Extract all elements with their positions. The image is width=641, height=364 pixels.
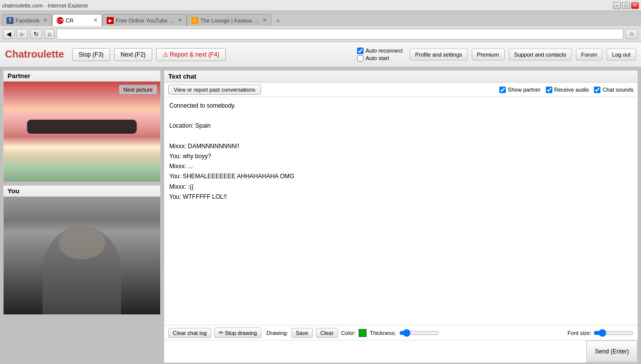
you-video-area [4,197,160,314]
receive-audio-label[interactable]: Receive audio [546,87,589,93]
reload-btn[interactable]: ↻ [30,29,42,39]
forward-btn[interactable]: ▶ [17,29,28,39]
report-button[interactable]: ⚠ Report & next (F4) [156,48,226,61]
right-panel: Text chat View or report past conversati… [164,70,638,363]
logout-button[interactable]: Log out [606,49,636,61]
tab-facebook-label: Facebook [16,18,40,24]
chat-input-area: Send (Enter) [164,340,637,362]
app-title: Chatroulette [5,49,64,60]
pencil-icon: ✏ [219,329,223,336]
chat-msg-2: You: why boyy? [169,152,632,161]
show-partner-checkbox[interactable] [499,87,506,93]
stop-button[interactable]: Stop (F3) [72,48,110,61]
view-report-button[interactable]: View or report past conversations [168,85,261,95]
home-btn[interactable]: ⌂ [44,29,55,39]
chat-msg-location: Location: Spain [169,121,632,131]
warning-icon: ⚠ [163,51,170,58]
tab-lounge-label: The Lounge | Kaskus - Th... [200,18,260,24]
auto-reconnect-label[interactable]: Auto reconnect [357,48,403,54]
forum-button[interactable]: Forum [576,49,603,61]
partner-panel-header: Partner [4,71,160,82]
chat-sounds-checkbox[interactable] [594,87,600,93]
tab-close-icon[interactable]: ✕ [43,17,48,24]
chat-msg-0: Connected to somebody. [169,101,632,111]
title-text: chatroulette.com - Internet Explorer [2,3,88,9]
minimize-btn[interactable]: ─ [613,2,621,9]
chat-options: Show partner Receive audio Chat sounds [499,87,633,93]
lounge-icon: K [191,17,198,24]
window-controls[interactable]: ─ □ ✕ [613,2,639,9]
clear-chat-log-button[interactable]: Clear chat log [168,328,211,338]
cr-icon: CR [57,17,64,24]
chat-toolbar: View or report past conversations Show p… [164,83,637,97]
chat-msg-3: Mixxx: ... [169,162,632,171]
profile-button[interactable]: Profile and settings [410,49,468,61]
tab-close-icon3[interactable]: ✕ [178,17,182,24]
tab-close-icon4[interactable]: ✕ [262,17,267,24]
chat-msg-1: Mixxx: DAMNNNNNNNN!! [169,142,632,151]
chat-msg-4: You: SHEMALEEEEEEE AHHAHAHAHA OMG [169,172,632,181]
browser-chrome: chatroulette.com - Internet Explorer ─ □… [0,0,641,42]
thickness-label: Thickness: [370,330,396,336]
auto-reconnect-checkbox[interactable] [357,48,364,54]
auto-options: Auto reconnect Auto start [357,48,403,62]
star-btn[interactable]: ☆ [625,29,638,39]
chat-msg-5: Mixxx: :(( [169,182,632,192]
back-btn[interactable]: ◀ [3,29,15,39]
left-panel: Partner Next picture You [3,70,161,363]
color-swatch[interactable] [359,329,367,337]
chat-msg-spacer2 [169,132,632,141]
new-tab-btn[interactable]: + [272,15,283,26]
chat-msg-spacer1 [169,111,632,121]
tab-lounge[interactable]: K The Lounge | Kaskus - Th... ✕ [187,14,271,26]
close-btn[interactable]: ✕ [631,2,639,9]
font-size-slider[interactable] [593,330,633,336]
drawing-toolbar: Clear chat log ✏ Stop drawing Drawing: S… [164,325,637,340]
chat-sounds-label[interactable]: Chat sounds [594,87,633,93]
you-panel: You [3,185,161,315]
clear-drawing-button[interactable]: Clear [316,328,338,338]
text-chat-header: Text chat [164,71,637,83]
save-drawing-button[interactable]: Save [291,328,313,338]
you-head [59,226,106,259]
support-button[interactable]: Support and contacts [509,49,572,61]
partner-video-bg [4,82,160,182]
nav-bar: ◀ ▶ ↻ ⌂ chatroulette.com ☆ [0,26,641,42]
tab-youtube-label: Free Online YouTube Dow... [116,18,176,24]
receive-audio-checkbox[interactable] [546,87,552,93]
you-panel-header: You [4,186,160,197]
tab-cr-label: CR [66,18,74,24]
sunglasses [27,120,137,134]
tab-cr[interactable]: CR CR ✕ [52,14,102,26]
font-size-label: Font size: [567,330,591,336]
youtube-icon: ▶ [107,17,114,24]
tabs-bar: f Facebook ✕ CR CR ✕ ▶ Free Online YouTu… [0,11,641,26]
show-partner-label[interactable]: Show partner [499,87,540,93]
auto-start-checkbox[interactable] [357,55,364,62]
partner-video-area: Next picture [4,82,160,182]
next-button[interactable]: Next (F2) [114,48,152,61]
chat-messages: Connected to somebody. Location: Spain M… [164,97,637,325]
you-video-bg [4,197,160,314]
next-picture-button[interactable]: Next picture [119,85,157,95]
premium-button[interactable]: Premium [472,49,505,61]
auto-start-label[interactable]: Auto start [357,55,403,62]
font-size-area: Font size: [567,330,633,336]
tab-close-icon2[interactable]: ✕ [93,17,98,24]
color-label: Color: [341,330,356,336]
tab-youtube[interactable]: ▶ Free Online YouTube Dow... ✕ [102,14,187,26]
maximize-btn[interactable]: □ [622,2,630,9]
tab-facebook[interactable]: f Facebook ✕ [2,14,52,26]
drawing-label: Drawing: [266,330,288,336]
address-bar[interactable]: chatroulette.com [57,29,623,40]
app-header: Chatroulette Stop (F3) Next (F2) ⚠ Repor… [0,42,641,67]
send-button[interactable]: Send (Enter) [586,340,637,362]
chat-msg-6: You: WTFFFFF LOL!! [169,192,632,202]
chat-input[interactable] [164,340,586,362]
facebook-icon: f [7,17,14,24]
main-content: Partner Next picture You [0,67,641,364]
title-bar: chatroulette.com - Internet Explorer ─ □… [0,0,641,11]
stop-drawing-button[interactable]: ✏ Stop drawing [214,327,261,338]
thickness-slider[interactable] [399,330,439,336]
partner-panel: Partner Next picture [3,70,161,182]
